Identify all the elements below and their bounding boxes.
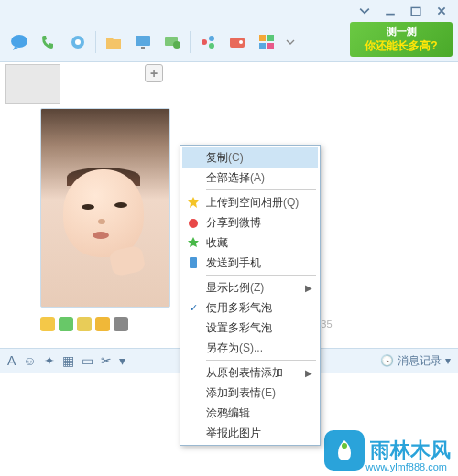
menu-add-emoji[interactable]: 添加到表情(E) <box>182 383 318 403</box>
svg-point-15 <box>239 40 243 44</box>
svg-rect-7 <box>136 36 150 46</box>
title-bar <box>0 0 458 22</box>
brand-url: www.ylmf888.com <box>365 461 447 472</box>
menu-copy[interactable]: 复制(C) <box>182 147 318 168</box>
add-thumbnail-button[interactable]: + <box>145 64 163 82</box>
chat-icon[interactable] <box>7 30 31 54</box>
brand-name: 雨林木风 <box>370 437 451 464</box>
menu-send-phone[interactable]: 发送到手机 <box>182 253 318 273</box>
menu-upload-qzone[interactable]: 上传到空间相册(Q) <box>182 192 318 212</box>
watermark: 雨林木风 www.ylmf888.com <box>324 430 451 471</box>
menu-separator <box>206 275 316 276</box>
star-icon <box>186 235 201 250</box>
folder-icon[interactable] <box>102 30 125 54</box>
svg-point-25 <box>342 443 347 449</box>
baby-photo <box>58 162 158 254</box>
font-icon[interactable]: A <box>7 353 16 368</box>
menu-use-bubble[interactable]: ✓使用多彩气泡 <box>182 298 318 318</box>
ad-line1: 测一测 <box>387 25 417 38</box>
context-menu: 复制(C) 全部选择(A) 上传到空间相册(Q) 分享到微博 收藏 发送到手机 … <box>180 145 321 446</box>
camera-icon[interactable] <box>66 30 90 54</box>
monitor-icon[interactable] <box>131 30 155 54</box>
maximize-icon[interactable] <box>403 3 429 19</box>
submenu-arrow-icon: ▶ <box>305 368 312 378</box>
chevron-down-icon: ▾ <box>445 354 451 367</box>
menu-select-all[interactable]: 全部选择(A) <box>182 168 318 188</box>
folder-small-icon[interactable] <box>59 317 73 331</box>
menu-favorite[interactable]: 收藏 <box>182 233 318 253</box>
svg-rect-16 <box>259 35 266 41</box>
svg-point-11 <box>202 39 207 45</box>
clock-icon: 🕓 <box>380 354 394 367</box>
qzone-icon <box>186 195 201 210</box>
thumbnail[interactable] <box>5 64 60 104</box>
history-label: 消息记录 <box>398 353 442 369</box>
weibo-icon <box>186 215 201 230</box>
apps-icon[interactable] <box>255 30 278 54</box>
check-icon: ✓ <box>190 302 198 314</box>
image-tool-icon[interactable]: ▭ <box>82 353 93 368</box>
svg-rect-8 <box>141 47 145 49</box>
submenu-arrow-icon: ▶ <box>305 283 312 293</box>
close-icon[interactable] <box>429 3 454 19</box>
svg-point-13 <box>209 43 214 49</box>
svg-rect-24 <box>190 257 197 268</box>
eye-icon[interactable] <box>95 317 110 331</box>
chevron-down-icon[interactable]: ▾ <box>119 353 125 368</box>
image-action-icons <box>40 317 128 331</box>
star-small-icon[interactable] <box>77 317 92 331</box>
phone-small-icon <box>186 255 201 270</box>
menu-share-weibo[interactable]: 分享到微博 <box>182 212 318 233</box>
svg-point-12 <box>209 36 214 41</box>
ad-line2: 你还能长多高? <box>365 38 437 54</box>
svg-point-4 <box>11 35 27 48</box>
emoji-icon[interactable]: ☺ <box>23 353 36 368</box>
menu-report-image[interactable]: 举报此图片 <box>182 423 318 443</box>
chevron-down-icon[interactable] <box>284 30 297 54</box>
menu-zoom[interactable]: 显示比例(Z)▶ <box>182 277 318 298</box>
svg-point-6 <box>75 39 81 45</box>
share-icon[interactable] <box>196 30 220 54</box>
menu-separator <box>206 189 316 190</box>
minimize-icon[interactable] <box>377 3 403 19</box>
svg-rect-18 <box>259 43 266 49</box>
phone-icon[interactable] <box>37 30 60 54</box>
remote-icon[interactable] <box>160 30 184 54</box>
menu-set-bubble[interactable]: 设置多彩气泡 <box>182 318 318 338</box>
svg-point-22 <box>189 219 198 228</box>
sparkle-icon[interactable]: ✦ <box>44 353 55 368</box>
gif-icon[interactable]: ▦ <box>62 353 74 368</box>
wallet-icon[interactable] <box>225 30 249 54</box>
caret-down-icon[interactable] <box>352 3 377 19</box>
svg-rect-17 <box>267 35 274 41</box>
menu-save-as[interactable]: 另存为(S)... <box>182 338 318 358</box>
brand-logo-icon <box>324 430 365 471</box>
svg-rect-1 <box>411 7 420 15</box>
menu-separator <box>206 360 316 361</box>
more-icon[interactable] <box>114 317 128 331</box>
svg-rect-19 <box>267 43 274 49</box>
svg-point-10 <box>173 41 180 49</box>
scissors-icon[interactable]: ✂ <box>101 353 112 368</box>
ad-banner[interactable]: 测一测 你还能长多高? <box>350 22 453 57</box>
separator <box>95 31 96 53</box>
message-history-button[interactable]: 🕓 消息记录 ▾ <box>380 353 451 369</box>
chat-image[interactable] <box>40 108 170 308</box>
menu-doodle-edit[interactable]: 涂鸦编辑 <box>182 403 318 423</box>
separator <box>190 31 191 53</box>
svg-marker-23 <box>188 237 199 247</box>
svg-marker-21 <box>188 197 199 208</box>
face-icon[interactable] <box>40 317 55 331</box>
menu-from-original-emoji[interactable]: 从原创表情添加▶ <box>182 362 318 383</box>
